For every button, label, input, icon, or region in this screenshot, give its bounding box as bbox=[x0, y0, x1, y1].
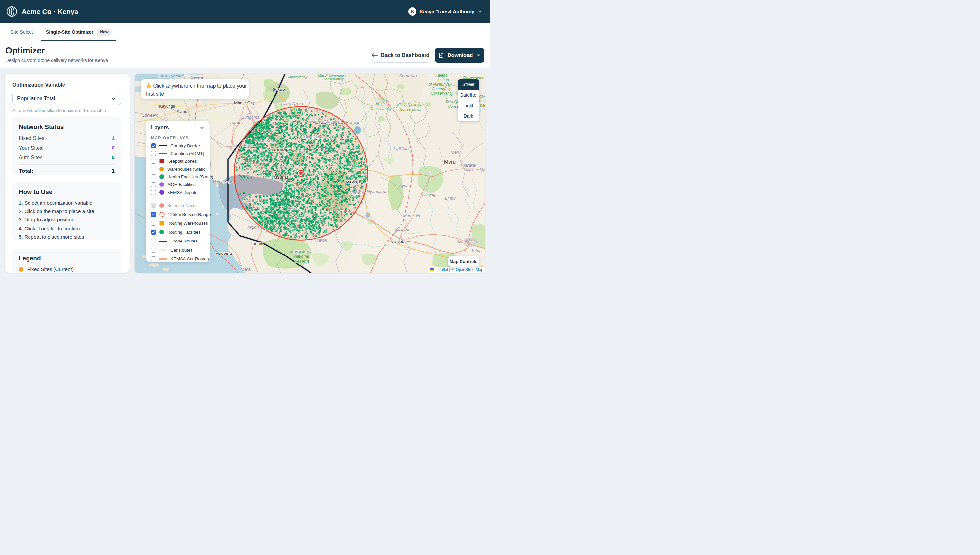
svg-text:Tarime: Tarime bbox=[250, 241, 263, 246]
svg-text:Meru: Meru bbox=[444, 159, 456, 165]
svg-text:Laikipia: Laikipia bbox=[394, 146, 409, 151]
svg-text:of Namunyak: of Namunyak bbox=[429, 82, 452, 87]
svg-text:Baringo: Baringo bbox=[346, 120, 361, 125]
svg-text:Kakamega: Kakamega bbox=[267, 147, 290, 152]
svg-text:Conse: Conse bbox=[448, 104, 458, 108]
svg-text:Tororo: Tororo bbox=[229, 120, 242, 125]
svg-text:Conservancy: Conservancy bbox=[400, 107, 422, 111]
svg-text:Community: Community bbox=[432, 87, 452, 91]
svg-text:Meru: Meru bbox=[451, 150, 461, 155]
svg-text:Kakamega: Kakamega bbox=[256, 138, 276, 143]
svg-text:Musoma: Musoma bbox=[215, 251, 232, 256]
svg-text:Mara: Mara bbox=[241, 267, 250, 272]
svg-text:Masai Mara: Masai Mara bbox=[290, 249, 311, 254]
svg-text:omr: omr bbox=[479, 99, 485, 103]
svg-text:Kirisa-Nkoteiya: Kirisa-Nkoteiya bbox=[397, 103, 422, 107]
svg-text:Kamuli: Kamuli bbox=[176, 109, 189, 114]
svg-text:Nakuru: Nakuru bbox=[350, 191, 363, 195]
svg-text:Machakos: Machakos bbox=[458, 239, 477, 244]
svg-text:Kalepo: Kalepo bbox=[435, 74, 448, 77]
svg-text:Tharaka-: Tharaka- bbox=[460, 163, 476, 168]
svg-text:Kayunga: Kayunga bbox=[159, 104, 175, 109]
svg-text:Elgeyo-Marakwe: Elgeyo-Marakwe bbox=[311, 119, 342, 124]
svg-text:Conservancy: Conservancy bbox=[323, 77, 344, 81]
svg-text:Homa Bay: Homa Bay bbox=[242, 198, 263, 203]
svg-text:Busia: Busia bbox=[244, 143, 254, 148]
svg-text:Kirinyaga: Kirinyaga bbox=[421, 192, 437, 197]
svg-text:Sera Co: Sera Co bbox=[445, 100, 459, 104]
svg-text:Nairobi: Nairobi bbox=[390, 239, 406, 244]
svg-text:Nyeri: Nyeri bbox=[399, 183, 409, 188]
svg-text:Conservancy: Conservancy bbox=[370, 107, 391, 111]
svg-text:Bomet: Bomet bbox=[287, 206, 300, 211]
svg-text:Nakuru: Nakuru bbox=[346, 180, 360, 184]
svg-text:Kitui: Kitui bbox=[472, 248, 480, 253]
svg-text:Siaya: Siaya bbox=[243, 167, 253, 171]
svg-text:Samburu: Samburu bbox=[399, 74, 417, 78]
svg-text:National: National bbox=[294, 254, 309, 259]
svg-text:Kiambu: Kiambu bbox=[396, 227, 409, 232]
svg-text:Conservancy: Conservancy bbox=[431, 91, 454, 96]
svg-text:Nyan: Nyan bbox=[480, 167, 485, 172]
svg-text:nse: nse bbox=[480, 103, 485, 107]
svg-text:Nandi: Nandi bbox=[295, 149, 306, 154]
svg-text:Migori: Migori bbox=[247, 225, 259, 229]
svg-text:Ltungai-: Ltungai- bbox=[375, 99, 389, 103]
svg-text:Masol Community: Masol Community bbox=[318, 74, 347, 77]
svg-text:Reserve: Reserve bbox=[295, 259, 310, 263]
svg-text:Trans-Nzoia: Trans-Nzoia bbox=[280, 101, 303, 106]
svg-text:Bukwo: Bukwo bbox=[272, 87, 285, 92]
svg-text:Embu: Embu bbox=[445, 196, 456, 201]
svg-text:Mbale City: Mbale City bbox=[234, 101, 255, 105]
svg-text:Murang'a: Murang'a bbox=[403, 213, 420, 218]
svg-text:Uasin Gishu: Uasin Gishu bbox=[299, 135, 322, 140]
svg-text:Kisumu: Kisumu bbox=[273, 175, 288, 180]
svg-text:Bungoma: Bungoma bbox=[242, 115, 259, 120]
svg-text:Narok: Narok bbox=[315, 237, 327, 242]
svg-text:Malaso: Malaso bbox=[375, 103, 388, 107]
svg-text:Kisii: Kisii bbox=[257, 207, 264, 212]
svg-text:Lake Kyoga: Lake Kyoga bbox=[159, 74, 180, 79]
svg-text:Namayingo: Namayingo bbox=[213, 180, 233, 184]
svg-text:Nithi: Nithi bbox=[465, 168, 474, 172]
svg-text:section: section bbox=[437, 77, 449, 82]
svg-text:Nyandarua: Nyandarua bbox=[367, 189, 388, 194]
svg-text:Conservancy: Conservancy bbox=[287, 75, 308, 79]
svg-text:Kericho: Kericho bbox=[299, 184, 314, 189]
svg-text:Luweero: Luweero bbox=[142, 113, 159, 118]
